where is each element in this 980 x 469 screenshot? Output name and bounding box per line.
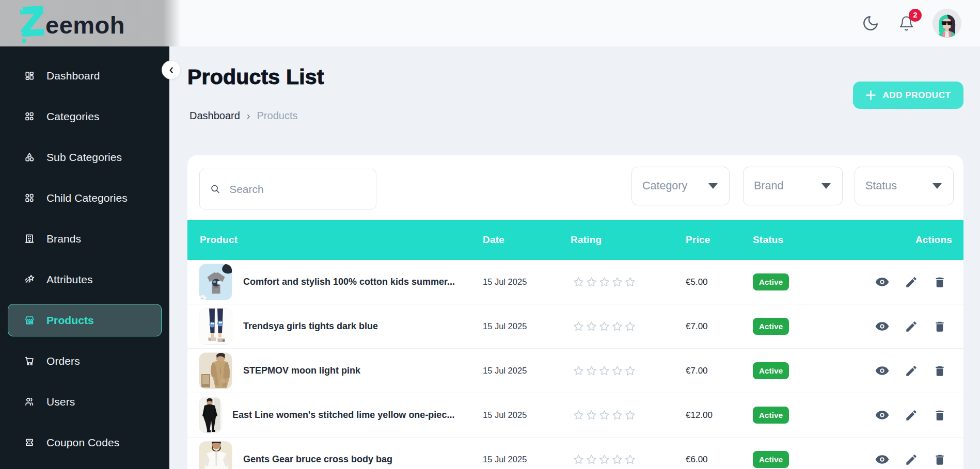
- sidebar-item-coupon-codes[interactable]: Coupon Codes: [8, 426, 162, 459]
- sidebar-item-dashboard[interactable]: Dashboard: [8, 59, 162, 92]
- actions-cell: [843, 408, 963, 423]
- product-date: 15 Jul 2025: [483, 321, 571, 331]
- category-icon: [24, 111, 35, 122]
- sidebar-item-label: Dashboard: [46, 70, 100, 82]
- star-icon: [573, 454, 584, 465]
- view-button[interactable]: [875, 363, 890, 378]
- products-card: Category Brand Status ProductDateRatingP…: [187, 155, 963, 469]
- shapes-icon: [24, 152, 35, 163]
- edit-icon: [905, 409, 918, 422]
- page-title: Products List: [187, 65, 324, 89]
- sidebar-item-label: Categories: [46, 110, 100, 123]
- star-icon: [586, 409, 597, 421]
- star-icon: [573, 320, 584, 332]
- add-product-button[interactable]: ADD PRODUCT: [853, 82, 963, 109]
- delete-button[interactable]: [933, 276, 946, 289]
- product-status-cell: Active: [753, 362, 843, 379]
- column-header-actions: Actions: [911, 234, 963, 246]
- view-icon: [875, 363, 890, 378]
- edit-button[interactable]: [905, 453, 918, 466]
- column-header-status: Status: [753, 234, 911, 246]
- star-icon: [611, 320, 623, 332]
- sidebar-item-label: Attributes: [46, 273, 93, 286]
- sidebar-item-users[interactable]: Users: [8, 385, 162, 418]
- view-button[interactable]: [875, 274, 890, 289]
- sidebar-item-child-categories[interactable]: Child Categories: [8, 182, 162, 214]
- dark-mode-toggle[interactable]: [862, 14, 879, 32]
- actions-cell: [843, 363, 963, 378]
- product-thumbnail: [199, 441, 232, 469]
- star-icon: [586, 365, 597, 377]
- view-button[interactable]: [875, 319, 890, 334]
- table-row: Comfort and stylish 100% cotton kids sum…: [187, 260, 963, 304]
- product-rating: [571, 409, 686, 421]
- star-icon: [611, 409, 623, 421]
- edit-icon: [905, 320, 918, 333]
- search-box: [199, 169, 376, 209]
- actions-cell: [843, 319, 963, 334]
- star-icon: [611, 276, 623, 288]
- column-header-date: Date: [483, 234, 571, 246]
- category-dropdown[interactable]: Category: [631, 167, 730, 205]
- status-badge: Active: [753, 362, 789, 379]
- brand-logo[interactable]: eemoh: [20, 4, 125, 43]
- sidebar: DashboardCategoriesSub CategoriesChild C…: [0, 46, 169, 469]
- search-icon: [210, 183, 220, 195]
- product-cell: STEPMOV moon light pink: [187, 352, 483, 389]
- edit-icon: [905, 276, 918, 289]
- delete-button[interactable]: [933, 320, 946, 333]
- star-icon: [611, 454, 623, 465]
- product-name: STEPMOV moon light pink: [243, 365, 360, 376]
- notification-badge: 2: [909, 9, 922, 22]
- moon-icon: [862, 14, 879, 32]
- star-icon: [586, 320, 597, 332]
- star-icon: [598, 320, 610, 332]
- category-icon: [24, 193, 35, 203]
- notifications-button[interactable]: 2: [898, 15, 914, 31]
- product-thumbnail: [199, 264, 232, 300]
- star-icon: [598, 454, 610, 465]
- edit-button[interactable]: [905, 276, 918, 289]
- caret-down-icon: [821, 183, 831, 189]
- product-name: East Line women's stitched lime yellow o…: [232, 410, 454, 421]
- brand-dropdown[interactable]: Brand: [743, 167, 843, 205]
- sidebar-item-categories[interactable]: Categories: [8, 100, 162, 133]
- column-header-rating: Rating: [571, 234, 686, 246]
- table-row: East Line women's stitched lime yellow o…: [187, 393, 963, 438]
- view-button[interactable]: [875, 408, 890, 423]
- star-icon: [611, 365, 623, 377]
- breadcrumb-dashboard[interactable]: Dashboard: [189, 110, 240, 122]
- product-price: €12.00: [686, 410, 753, 421]
- breadcrumb-current: Products: [257, 110, 298, 122]
- sidebar-item-orders[interactable]: Orders: [8, 345, 162, 377]
- delete-button[interactable]: [933, 453, 946, 466]
- status-dropdown[interactable]: Status: [855, 167, 954, 205]
- view-icon: [875, 319, 890, 334]
- sidebar-collapse-button[interactable]: [162, 60, 181, 79]
- edit-icon: [905, 453, 918, 466]
- caret-down-icon: [708, 183, 718, 189]
- sidebar-nav: DashboardCategoriesSub CategoriesChild C…: [0, 59, 169, 459]
- edit-button[interactable]: [905, 320, 918, 333]
- delete-icon: [933, 453, 946, 466]
- user-avatar[interactable]: [932, 9, 961, 38]
- edit-button[interactable]: [905, 409, 918, 422]
- category-dropdown-label: Category: [642, 180, 687, 192]
- product-status-cell: Active: [753, 318, 843, 335]
- sidebar-item-products[interactable]: Products: [8, 304, 162, 336]
- product-name: Gents Gear bruce cross body bag: [243, 454, 392, 465]
- sidebar-item-sub-categories[interactable]: Sub Categories: [8, 141, 162, 173]
- delete-icon: [933, 409, 946, 422]
- sidebar-item-label: Products: [46, 314, 94, 327]
- building-icon: [24, 234, 35, 244]
- view-button[interactable]: [875, 452, 890, 467]
- delete-button[interactable]: [933, 364, 946, 378]
- sidebar-item-brands[interactable]: Brands: [8, 222, 162, 255]
- sidebar-item-attributes[interactable]: Attributes: [8, 263, 162, 296]
- star-icon: [624, 320, 636, 332]
- delete-button[interactable]: [933, 409, 946, 422]
- edit-button[interactable]: [905, 364, 918, 378]
- search-input[interactable]: [229, 183, 366, 196]
- delete-icon: [933, 364, 946, 378]
- product-status-cell: Active: [753, 407, 843, 424]
